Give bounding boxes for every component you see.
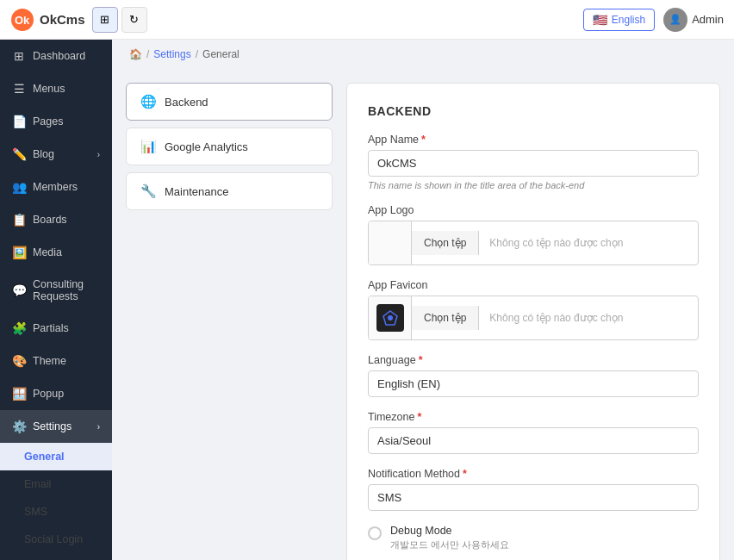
admin-label: Admin <box>692 13 724 26</box>
sidebar-label-dashboard: Dashboard <box>33 50 85 62</box>
sidebar-label-pages: Pages <box>33 115 63 128</box>
blog-icon: ✏️ <box>12 147 26 161</box>
sidebar: ⊞ Dashboard ☰ Menus 📄 Pages ✏️ Blog › 👥 … <box>0 40 112 560</box>
settings-arrow-icon: › <box>97 422 100 432</box>
sidebar-item-partials[interactable]: 🧩 Partials <box>0 312 112 345</box>
logo-preview <box>369 221 412 264</box>
sidebar-subitem-general[interactable]: General <box>0 443 112 470</box>
breadcrumb: 🏠 / Settings / General <box>112 40 734 69</box>
sidebar-label-consulting: Consulting Requests <box>33 278 100 302</box>
dashboard-icon: ⊞ <box>12 49 26 63</box>
app-favicon-label: App Favicon <box>368 279 699 291</box>
favicon-icon <box>376 304 404 332</box>
grid-icon: ⊞ <box>100 13 109 26</box>
language-input[interactable] <box>368 370 699 397</box>
sidebar-item-settings[interactable]: ⚙️ Settings › <box>0 410 112 443</box>
app-favicon-group: App Favicon Chọn tệp Không có tệp nào <box>368 279 699 340</box>
members-icon: 👥 <box>12 180 26 194</box>
notification-input[interactable] <box>368 484 699 511</box>
debug-label: Debug Mode <box>390 525 509 537</box>
pages-icon: 📄 <box>12 115 26 128</box>
sidebar-item-pages[interactable]: 📄 Pages <box>0 105 112 138</box>
sidebar-subitem-sms[interactable]: SMS <box>0 498 112 526</box>
app-name-hint: This name is shown in the title area of … <box>368 180 699 190</box>
favicon-placeholder: Không có tệp nào được chọn <box>479 306 698 330</box>
sms-label: SMS <box>24 506 47 518</box>
left-panel-analytics[interactable]: 📊 Google Analytics <box>126 128 333 165</box>
sidebar-label-popup: Popup <box>33 388 64 400</box>
sidebar-item-blog[interactable]: ✏️ Blog › <box>0 138 112 171</box>
sidebar-item-theme[interactable]: 🎨 Theme <box>0 345 112 377</box>
flag-icon: 🇺🇸 <box>593 13 607 27</box>
content: 🏠 / Settings / General 🌐 Backend 📊 Googl… <box>112 40 734 560</box>
sidebar-label-partials: Partials <box>33 322 69 334</box>
timezone-group: Timezone * <box>368 411 699 454</box>
sidebar-label-blog: Blog <box>33 148 54 160</box>
sidebar-item-media[interactable]: 🖼️ Media <box>0 236 112 269</box>
logo-choose-button[interactable]: Chọn tệp <box>412 231 479 255</box>
sidebar-subitem-email[interactable]: Email <box>0 470 112 498</box>
consulting-icon: 💬 <box>12 283 26 297</box>
sidebar-item-popup[interactable]: 🪟 Popup <box>0 377 112 410</box>
debug-mode-row: Debug Mode 개발모드 에서만 사용하세요 <box>368 525 699 551</box>
debug-text-block: Debug Mode 개발모드 에서만 사용하세요 <box>390 525 509 551</box>
timezone-label: Timezone * <box>368 411 699 423</box>
left-panel-maintenance[interactable]: 🔧 Maintenance <box>126 172 333 210</box>
app-name-group: App Name * This name is shown in the tit… <box>368 134 699 190</box>
sidebar-item-consulting[interactable]: 💬 Consulting Requests <box>0 269 112 312</box>
left-panel: 🌐 Backend 📊 Google Analytics 🔧 Maintenan… <box>126 83 333 560</box>
media-icon: 🖼️ <box>12 246 26 259</box>
sidebar-subitem-social-login[interactable]: Social Login <box>0 526 112 553</box>
menus-icon: ☰ <box>12 82 26 96</box>
analytics-label: Google Analytics <box>165 140 248 153</box>
left-panel-backend[interactable]: 🌐 Backend <box>126 83 333 121</box>
topbar-left: Ok OkCms ⊞ ↻ <box>10 7 147 33</box>
sidebar-label-theme: Theme <box>33 355 66 367</box>
sidebar-item-system[interactable]: 🖥️ System › <box>0 553 112 560</box>
sidebar-item-dashboard[interactable]: ⊞ Dashboard <box>0 40 112 72</box>
sidebar-label-boards: Boards <box>33 214 67 226</box>
breadcrumb-general: General <box>202 48 239 60</box>
language-label: Language * <box>368 354 699 366</box>
language-button[interactable]: 🇺🇸 English <box>583 9 655 31</box>
topbar: Ok OkCms ⊞ ↻ 🇺🇸 English 👤 Admin <box>0 0 734 40</box>
home-icon: 🏠 <box>129 48 142 60</box>
debug-radio[interactable] <box>368 526 382 540</box>
email-label: Email <box>24 478 51 490</box>
blog-arrow-icon: › <box>97 150 100 159</box>
sidebar-label-menus: Menus <box>33 83 65 95</box>
logo: Ok OkCms <box>10 8 85 32</box>
backend-icon: 🌐 <box>140 94 157 109</box>
section-title: BACKEND <box>368 104 699 118</box>
notification-group: Notification Method * <box>368 468 699 511</box>
right-panel: BACKEND App Name * This name is shown in… <box>346 83 720 560</box>
sidebar-label-media: Media <box>33 246 62 258</box>
sidebar-label-members: Members <box>33 181 78 193</box>
backend-label: Backend <box>165 96 208 109</box>
analytics-icon: 📊 <box>140 139 157 154</box>
app-name-input[interactable] <box>368 150 699 177</box>
sidebar-item-boards[interactable]: 📋 Boards <box>0 203 112 236</box>
partials-icon: 🧩 <box>12 321 26 335</box>
admin-button[interactable]: 👤 Admin <box>663 8 724 32</box>
topbar-right: 🇺🇸 English 👤 Admin <box>583 8 724 32</box>
topbar-icons: ⊞ ↻ <box>92 7 147 33</box>
sidebar-item-members[interactable]: 👥 Members <box>0 171 112 203</box>
sidebar-item-menus[interactable]: ☰ Menus <box>0 72 112 105</box>
language-group: Language * <box>368 354 699 397</box>
svg-text:Ok: Ok <box>15 14 30 27</box>
favicon-preview <box>369 296 412 339</box>
theme-icon: 🎨 <box>12 354 26 368</box>
timezone-input[interactable] <box>368 427 699 454</box>
settings-icon: ⚙️ <box>12 420 26 433</box>
notification-label: Notification Method * <box>368 468 699 480</box>
social-login-label: Social Login <box>24 533 83 545</box>
avatar-icon: 👤 <box>669 14 681 25</box>
logo-text: OkCms <box>40 12 85 27</box>
refresh-icon-btn[interactable]: ↻ <box>121 7 147 33</box>
general-label: General <box>24 451 65 463</box>
breadcrumb-settings[interactable]: Settings <box>153 48 190 60</box>
grid-icon-btn[interactable]: ⊞ <box>92 7 118 33</box>
favicon-choose-button[interactable]: Chọn tệp <box>412 306 479 330</box>
maintenance-label: Maintenance <box>165 185 228 198</box>
